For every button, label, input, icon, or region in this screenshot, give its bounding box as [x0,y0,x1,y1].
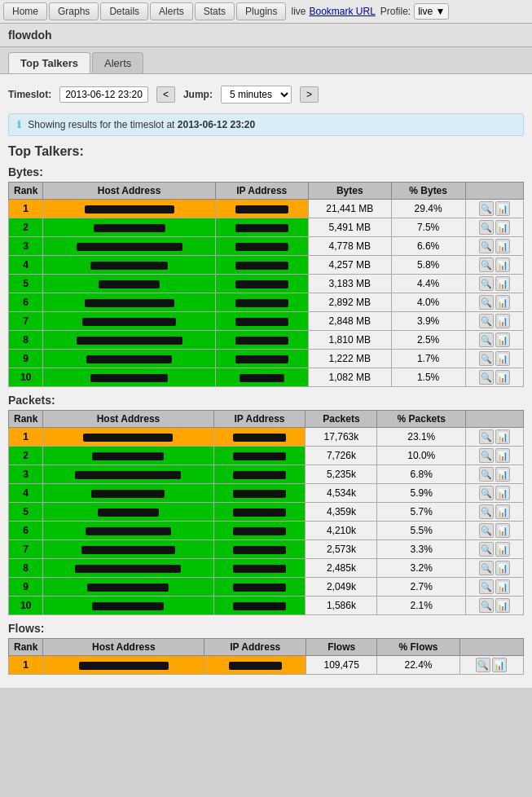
value-cell: 1,586k [306,597,377,615]
percent-cell: 5.8% [391,256,465,275]
info-text: Showing results for the timeslot at [28,119,174,130]
jump-select[interactable]: 5 minutes [221,86,292,103]
timeslot-prev-button[interactable]: < [156,86,175,103]
tab-alerts[interactable]: Alerts [92,52,143,73]
rank-cell: 9 [9,350,43,368]
graph-icon[interactable]: 📊 [495,239,510,253]
search-icon[interactable]: 🔍 [479,351,494,366]
graph-icon[interactable]: 📊 [495,579,510,594]
ip-cell [215,256,308,275]
graph-icon[interactable]: 📊 [495,486,510,500]
ip-bar [235,205,288,214]
details-button[interactable]: Details [100,2,148,20]
ip-bar [235,355,288,363]
search-icon[interactable]: 🔍 [479,370,494,385]
search-icon[interactable]: 🔍 [479,220,494,235]
search-icon[interactable]: 🔍 [479,276,494,291]
search-icon[interactable]: 🔍 [479,598,494,613]
value-cell: 109,475 [306,656,377,675]
graph-icon[interactable]: 📊 [495,504,510,519]
value-cell: 2,892 MB [308,293,391,312]
table-row: 4 4,534k 5.9% 🔍 📊 [9,484,524,503]
action-icons: 🔍 📊 [469,220,521,235]
graph-icon[interactable]: 📊 [495,351,510,366]
search-icon[interactable]: 🔍 [479,542,494,557]
action-icons: 🔍 📊 [469,351,521,366]
rank-cell: 7 [9,540,43,559]
search-icon[interactable]: 🔍 [479,201,494,216]
stats-button[interactable]: Stats [195,2,235,20]
search-icon[interactable]: 🔍 [479,314,494,328]
actions-cell: 🔍 📊 [466,522,524,540]
graph-icon[interactable]: 📊 [495,467,510,482]
search-icon[interactable]: 🔍 [479,467,494,482]
alerts-button[interactable]: Alerts [150,2,193,20]
percent-cell: 29.4% [391,200,465,218]
actions-cell: 🔍 📊 [466,484,524,503]
table-row: 6 2,892 MB 4.0% 🔍 📊 [9,293,524,312]
host-bar [91,490,165,498]
graph-icon[interactable]: 📊 [495,523,510,538]
graph-icon[interactable]: 📊 [495,561,510,575]
search-icon[interactable]: 🔍 [479,258,494,272]
graph-icon[interactable]: 📊 [495,258,510,272]
rank-cell: 5 [9,275,43,293]
info-box: ℹ Showing results for the timeslot at 20… [8,113,524,136]
search-icon[interactable]: 🔍 [479,504,494,519]
live-label: live [291,6,306,17]
ip-bar [235,318,288,326]
rank-cell: 4 [9,256,43,275]
host-bar [79,662,169,670]
bookmark-url-link[interactable]: Bookmark URL [309,6,375,17]
search-icon[interactable]: 🔍 [479,239,494,253]
table-row: 1 109,475 22.4% 🔍 📊 [9,656,524,675]
graph-icon[interactable]: 📊 [495,201,510,216]
graph-icon[interactable]: 📊 [495,295,510,310]
value-cell: 4,210k [306,522,377,540]
search-icon[interactable]: 🔍 [479,579,494,594]
search-icon[interactable]: 🔍 [479,561,494,575]
ip-cell [204,656,306,675]
actions-cell: 🔍 📊 [465,256,524,275]
graph-icon[interactable]: 📊 [495,598,510,613]
actions-cell: 🔍 📊 [465,368,524,387]
graph-icon[interactable]: 📊 [495,429,510,444]
search-icon[interactable]: 🔍 [479,295,494,310]
host-bar [75,565,181,573]
graph-icon[interactable]: 📊 [495,220,510,235]
graph-icon[interactable]: 📊 [495,542,510,557]
table-row: 6 4,210k 5.5% 🔍 📊 [9,522,524,540]
tab-top-talkers[interactable]: Top Talkers [8,52,90,73]
plugins-button[interactable]: Plugins [236,2,286,20]
host-cell [43,656,204,675]
search-icon[interactable]: 🔍 [479,523,494,538]
actions-cell: 🔍 📊 [466,465,524,484]
rank-cell: 10 [9,368,43,387]
host-cell [43,484,213,503]
graph-icon[interactable]: 📊 [492,658,507,672]
host-cell [43,559,213,578]
graph-icon[interactable]: 📊 [495,448,510,463]
search-icon[interactable]: 🔍 [479,486,494,500]
home-button[interactable]: Home [3,2,47,20]
graph-icon[interactable]: 📊 [495,370,510,385]
search-icon[interactable]: 🔍 [476,658,490,672]
search-icon[interactable]: 🔍 [479,429,494,444]
host-bar [90,262,168,270]
timeslot-next-button[interactable]: > [300,86,319,103]
graphs-button[interactable]: Graphs [49,2,99,20]
graph-icon[interactable]: 📊 [495,314,510,328]
graph-icon[interactable]: 📊 [495,332,510,347]
ip-cell [215,331,308,350]
graph-icon[interactable]: 📊 [495,276,510,291]
live-select-button[interactable]: live ▼ [414,3,449,20]
ip-bar [233,565,286,573]
top-talkers-heading: Top Talkers: [8,144,524,159]
search-icon[interactable]: 🔍 [479,332,494,347]
search-icon[interactable]: 🔍 [479,448,494,463]
percent-cell: 1.7% [391,350,465,368]
packets-heading: Packets: [8,394,524,407]
jump-label: Jump: [183,89,213,100]
packets-col-percent: % Packets [377,411,466,428]
timeslot-label: Timeslot: [8,89,51,100]
